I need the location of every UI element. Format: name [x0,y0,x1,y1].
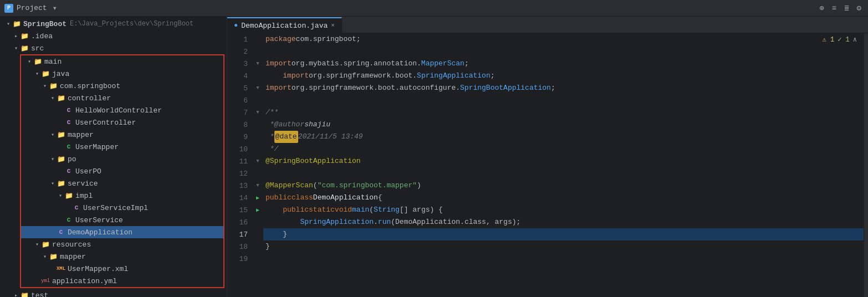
title-bar-left: P Project ▾ [4,2,813,14]
tree-item-user-mapper-xml[interactable]: XML UserMapper.xml [21,263,223,275]
annotation-springboot: @SpringBootApplication [265,155,361,167]
line-num-15: 15 [227,204,252,216]
import-4c: ; [491,70,495,82]
gutter-16 [252,216,263,228]
mapper-pkg-arrow [49,131,57,139]
mapper-pkg-icon: 📁 [57,130,65,139]
gutter-5-fold[interactable]: ▼ [252,82,263,94]
main-arrow [25,58,33,65]
tree-item-springboot[interactable]: 📁 SpringBoot E:\Java_Projects\dev\Spring… [0,18,227,30]
line-num-1: 1 [227,33,252,45]
gutter-15-run[interactable]: ▶ [252,204,263,216]
line-num-8: 8 [227,119,252,131]
gutter-11-fold[interactable]: ▼ [252,155,263,167]
line-num-3: 3 [227,58,252,70]
line-num-13: 13 [227,180,252,192]
tree-item-resources[interactable]: 📁 resources [21,238,223,250]
gutter-3-fold[interactable]: ▼ [252,58,263,70]
annotation-mapper-scan: @MapperScan [265,180,313,192]
tree-item-user-po[interactable]: C UserPO [21,165,223,177]
com-springboot-folder-icon: 📁 [49,81,58,90]
tree-item-mapper-res[interactable]: 📁 mapper [21,250,223,263]
gutter-13-fold[interactable]: ▼ [252,180,263,192]
code-line-16: SpringApplication . run (DemoApplication… [263,216,864,228]
tab-demo-application[interactable]: ● DemoApplication.java × [227,17,342,33]
code-line-17: } [263,228,864,240]
comment-date-pre: * [265,131,274,143]
dropdown-icon[interactable]: ▾ [50,2,59,14]
file-tree[interactable]: 📁 SpringBoot E:\Java_Projects\dev\Spring… [0,17,227,297]
idea-label: .idea [31,32,53,40]
mapper-scan-close: ) [417,180,421,192]
line-num-2: 2 [227,45,252,58]
tree-item-user-service-impl[interactable]: C UserServiceImpl [21,202,223,214]
line-num-17: 17 [227,228,252,240]
tab-label: DemoApplication.java [241,22,328,30]
hello-label: HelloWorldController [75,106,162,115]
gutter-19 [252,253,263,265]
res-arrow [33,240,41,248]
java-arrow [33,70,41,78]
title-bar: P Project ▾ ⊕ ≡ ≣ ⚙ [0,0,868,17]
tree-item-src[interactable]: 📁 src [0,42,227,54]
springboot-arrow [4,20,12,28]
gutter-4 [252,70,263,82]
tree-item-test[interactable]: 📁 test [0,289,227,297]
java-folder-icon: 📁 [41,69,50,78]
tree-item-impl[interactable]: 📁 impl [21,190,223,202]
com-springboot-label: com.springboot [60,82,120,90]
sort-icon[interactable]: ≣ [842,2,851,14]
tree-item-user-controller[interactable]: C UserController [21,116,223,129]
usi-icon: C [72,203,81,212]
tree-item-mapper-pkg[interactable]: 📁 mapper [21,129,223,141]
po-label: po [68,155,76,163]
gutter-14-run[interactable]: ▶ [252,192,263,204]
tree-item-com-springboot[interactable]: 📁 com.springboot [21,80,223,92]
collapse-icon[interactable]: ∧ [853,35,857,44]
add-icon[interactable]: ⊕ [817,2,826,14]
springboot-path: E:\Java_Projects\dev\SpringBoot [70,20,193,28]
code-editor[interactable]: 1 2 3 4 5 6 7 8 9 10 11 12 13 14 15 16 1… [227,33,868,297]
code-line-2 [263,45,864,58]
line-num-11: 11 [227,155,252,167]
tree-item-main[interactable]: 📁 main [21,55,223,68]
main-label: main [44,58,62,66]
tree-item-hello-controller[interactable]: C HelloWorldController [21,104,223,116]
import-4a: org.springframework.boot. [309,70,417,82]
tree-item-java[interactable]: 📁 java [21,68,223,80]
tree-item-application-yml[interactable]: yml application.yml [21,275,223,287]
comment-author-pre: * [265,119,274,131]
tree-item-idea[interactable]: 📁 .idea [0,30,227,42]
settings-icon[interactable]: ⚙ [855,2,864,14]
tree-item-demo-application[interactable]: C DemoApplication [21,226,223,238]
controller-label: controller [68,94,111,103]
tree-item-user-mapper[interactable]: C UserMapper [21,141,223,153]
gutter-8 [252,119,263,131]
check-count: ✓ 1 [838,35,850,44]
src-folder-icon: 📁 [20,44,29,53]
kw-void-15: void [335,204,352,216]
tree-item-user-service[interactable]: C UserService [21,214,223,226]
uc-arrow [57,119,64,126]
line-num-18: 18 [227,240,252,253]
code-line-18: } [263,240,864,253]
line-num-9: 9 [227,131,252,143]
code-content[interactable]: package com.springboot; import org.mybat… [263,33,864,297]
controller-arrow [49,94,57,102]
um-label: UserMapper [75,143,119,151]
tab-close-button[interactable]: × [331,22,335,29]
yml-label: application.yml [52,277,117,285]
tree-item-po[interactable]: 📁 po [21,153,223,165]
um-icon: C [64,142,73,151]
dot-16: . [374,216,378,228]
hello-arrow [57,106,64,114]
tree-item-controller[interactable]: 📁 controller [21,92,223,104]
args-16: (DemoApplication.class, args); [391,216,520,228]
main-folder-icon: 📁 [33,57,42,66]
kw-class-14: class [292,192,313,204]
us-arrow [57,216,64,224]
tree-item-service[interactable]: 📁 service [21,177,223,190]
mini-scrollbar[interactable] [864,33,868,297]
list-icon[interactable]: ≡ [830,3,839,14]
gutter-7-fold[interactable]: ▼ [252,106,263,119]
